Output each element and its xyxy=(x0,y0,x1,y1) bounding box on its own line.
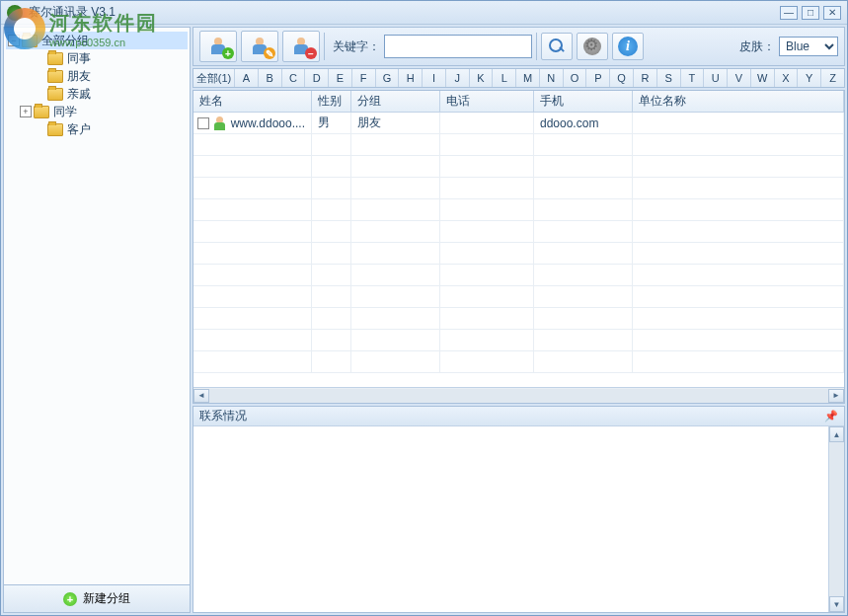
detail-header: 联系情况 📌 xyxy=(193,407,844,426)
search-button[interactable] xyxy=(541,33,573,60)
tree-node-group[interactable]: 亲戚 xyxy=(6,85,188,103)
add-badge-icon: + xyxy=(222,47,234,59)
edit-badge-icon: ✎ xyxy=(264,47,275,59)
edit-contact-button[interactable]: ✎ xyxy=(241,31,278,62)
column-header-name[interactable]: 姓名 xyxy=(193,91,312,112)
scroll-down-button[interactable]: ▼ xyxy=(829,596,844,612)
alpha-letter-button[interactable]: N xyxy=(540,69,564,87)
scroll-right-button[interactable]: ► xyxy=(828,389,844,403)
alpha-letter-button[interactable]: G xyxy=(376,69,400,87)
scroll-up-button[interactable]: ▲ xyxy=(829,426,844,442)
table-row xyxy=(193,351,844,373)
settings-button[interactable] xyxy=(577,33,608,60)
plus-icon: + xyxy=(63,592,77,606)
alpha-letter-button[interactable]: W xyxy=(751,69,775,87)
delete-contact-button[interactable]: − xyxy=(282,31,320,62)
alpha-letter-button[interactable]: V xyxy=(728,69,751,87)
new-group-button[interactable]: + 新建分组 xyxy=(4,584,190,612)
table-row xyxy=(193,134,844,156)
table-row xyxy=(193,199,844,221)
skin-select[interactable]: Blue xyxy=(779,37,838,56)
folder-icon xyxy=(47,88,63,101)
column-header-gender[interactable]: 性别 xyxy=(312,91,351,112)
search-icon xyxy=(549,38,565,54)
expand-icon[interactable]: + xyxy=(20,106,32,117)
table-row xyxy=(193,178,844,199)
table-row xyxy=(193,243,844,265)
collapse-icon[interactable]: − xyxy=(8,35,20,46)
toolbar: + ✎ − 关键字： xyxy=(193,27,845,66)
alpha-all-button[interactable]: 全部(1) xyxy=(193,69,235,87)
tree-node-group[interactable]: + 同学 xyxy=(6,103,188,120)
tree-label: 全部分组 xyxy=(41,33,89,49)
table-row[interactable]: www.ddooo.... 男 朋友 ddooo.com xyxy=(193,113,844,134)
user-icon xyxy=(213,116,227,130)
close-button[interactable]: ✕ xyxy=(823,6,841,20)
tree-root-all-groups[interactable]: − 全部分组 xyxy=(6,32,188,49)
tree-node-group[interactable]: 同事 xyxy=(6,49,188,67)
alpha-letter-button[interactable]: U xyxy=(704,69,728,87)
table-row xyxy=(193,308,844,330)
keyword-label: 关键字： xyxy=(333,38,380,55)
row-checkbox[interactable] xyxy=(197,117,209,129)
grid-body: www.ddooo.... 男 朋友 ddooo.com xyxy=(193,113,844,387)
alpha-letter-button[interactable]: T xyxy=(681,69,705,87)
alpha-letter-button[interactable]: Q xyxy=(610,69,634,87)
scroll-track[interactable] xyxy=(209,389,828,403)
column-header-company[interactable]: 单位名称 xyxy=(633,91,844,112)
vertical-scrollbar[interactable]: ▲ ▼ xyxy=(828,426,844,612)
cell-name: www.ddooo.... xyxy=(231,116,305,130)
scroll-left-button[interactable]: ◄ xyxy=(193,389,209,403)
alpha-letter-button[interactable]: Y xyxy=(798,69,821,87)
add-contact-button[interactable]: + xyxy=(199,31,237,62)
alpha-letter-button[interactable]: F xyxy=(352,69,376,87)
alpha-letter-button[interactable]: K xyxy=(470,69,494,87)
table-row xyxy=(193,286,844,308)
folder-icon xyxy=(22,35,38,47)
cell-mobile: ddooo.com xyxy=(534,113,633,133)
minimize-button[interactable]: — xyxy=(780,6,798,20)
column-header-mobile[interactable]: 手机 xyxy=(534,91,633,112)
skin-label: 皮肤： xyxy=(739,38,775,55)
horizontal-scrollbar[interactable]: ◄ ► xyxy=(193,387,844,403)
sidebar: − 全部分组 同事 朋友 亲戚 xyxy=(3,27,191,613)
titlebar: 赛尔通讯录 V3.1 — □ ✕ xyxy=(1,1,847,25)
alpha-letter-button[interactable]: I xyxy=(423,69,446,87)
folder-icon xyxy=(47,123,63,136)
folder-icon xyxy=(47,70,63,83)
maximize-button[interactable]: □ xyxy=(802,6,819,20)
cell-company xyxy=(633,113,844,133)
alpha-letter-button[interactable]: P xyxy=(586,69,610,87)
cell-gender: 男 xyxy=(312,113,351,133)
alpha-letter-button[interactable]: H xyxy=(399,69,423,87)
alpha-letter-button[interactable]: J xyxy=(446,69,470,87)
scroll-track[interactable] xyxy=(829,442,844,596)
tree-label: 同学 xyxy=(53,104,77,120)
alpha-letter-button[interactable]: O xyxy=(564,69,587,87)
delete-badge-icon: − xyxy=(305,47,317,59)
alpha-letter-button[interactable]: A xyxy=(235,69,259,87)
contacts-grid: 姓名 性别 分组 电话 手机 单位名称 www.ddooo.... 男 xyxy=(193,90,845,404)
group-tree: − 全部分组 同事 朋友 亲戚 xyxy=(4,28,190,584)
alpha-letter-button[interactable]: L xyxy=(493,69,516,87)
tree-node-group[interactable]: 客户 xyxy=(6,120,188,138)
alpha-letter-button[interactable]: R xyxy=(634,69,657,87)
alpha-letter-button[interactable]: S xyxy=(657,69,681,87)
alpha-letter-button[interactable]: D xyxy=(305,69,329,87)
cell-group: 朋友 xyxy=(351,113,440,133)
info-button[interactable]: i xyxy=(612,33,644,60)
alpha-letter-button[interactable]: E xyxy=(329,69,352,87)
alpha-letter-button[interactable]: Z xyxy=(821,69,844,87)
column-header-group[interactable]: 分组 xyxy=(351,91,440,112)
table-row xyxy=(193,221,844,243)
alpha-letter-button[interactable]: B xyxy=(259,69,282,87)
tree-node-group[interactable]: 朋友 xyxy=(6,67,188,85)
keyword-input[interactable] xyxy=(384,35,532,58)
alpha-letter-button[interactable]: C xyxy=(282,69,306,87)
gear-icon xyxy=(583,38,601,55)
tree-label: 客户 xyxy=(67,121,91,138)
alpha-letter-button[interactable]: M xyxy=(516,69,540,87)
column-header-phone[interactable]: 电话 xyxy=(440,91,534,112)
alpha-letter-button[interactable]: X xyxy=(775,69,799,87)
pin-icon[interactable]: 📌 xyxy=(824,410,838,423)
